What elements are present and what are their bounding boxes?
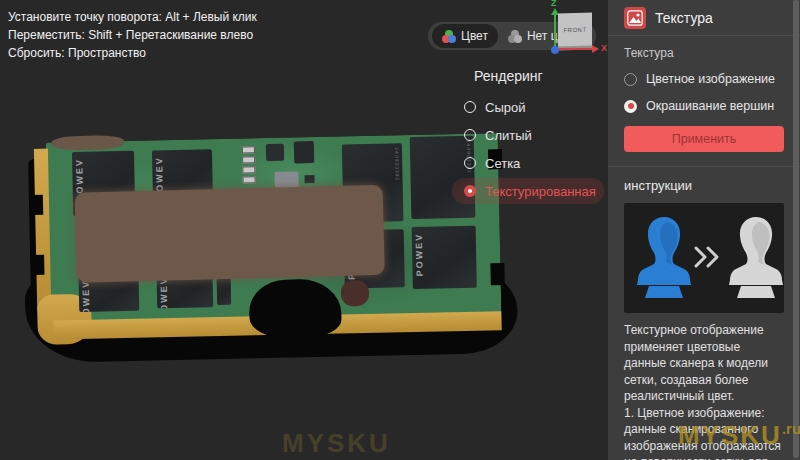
blue-bust	[637, 217, 691, 298]
white-bust	[729, 217, 783, 298]
texture-description: Текстурное отображение применяет цветовы…	[608, 313, 800, 460]
scan-artifact-smudge	[341, 280, 370, 307]
viewport-hints: Установите точку поворота: Alt + Левый к…	[8, 8, 257, 62]
radio-selected-icon	[464, 185, 476, 197]
rendering-option-fused[interactable]: Слитый	[452, 122, 604, 148]
option-label: Цветное изображение	[646, 72, 775, 86]
radio-selected-icon	[624, 100, 637, 113]
rendering-option-textured[interactable]: Текстурированная	[452, 178, 604, 204]
board-edge-notch	[32, 255, 44, 275]
scanned-ram-model[interactable]: POWEV POWEV 240903382 POWEV 240903382 PO…	[28, 127, 511, 369]
option-label: Окрашивание вершин	[646, 99, 774, 113]
option-color-image[interactable]: Цветное изображение	[624, 72, 784, 86]
memory-chip: POWEV	[412, 226, 477, 289]
radio-icon	[464, 101, 476, 113]
board-edge-notch	[31, 195, 43, 215]
smd-chip	[266, 144, 284, 161]
no-color-icon	[508, 30, 522, 43]
x-axis-arrow	[555, 48, 597, 50]
smd-chip	[294, 141, 314, 163]
hint-line: Переместить: Shift + Перетаскивание влев…	[8, 26, 257, 44]
rendering-option-label: Слитый	[485, 128, 532, 143]
radio-icon	[624, 73, 637, 86]
rendering-menu: Рендеринг Сырой Слитый Сетка Текстуриров…	[452, 64, 604, 206]
z-axis-label: Z	[551, 0, 557, 8]
panel-scrollbar[interactable]	[793, 0, 799, 460]
x-axis-label: X	[601, 43, 607, 53]
rendering-menu-title: Рендеринг	[474, 68, 604, 84]
rendering-option-mesh[interactable]: Сетка	[452, 150, 604, 176]
rendering-option-label: Текстурированная	[485, 184, 596, 199]
hint-line: Сбросить: Пространство	[8, 44, 257, 62]
panel-title: Текстура	[655, 10, 713, 26]
gizmo-cube-front-face[interactable]: FRONT	[558, 12, 592, 46]
connector-notch-hole	[249, 279, 342, 339]
apply-button[interactable]: Применить	[624, 126, 784, 152]
description-paragraph: 1. Цветное изображение: данные сканирова…	[624, 405, 784, 460]
radio-icon	[464, 129, 476, 141]
rendering-option-raw[interactable]: Сырой	[452, 94, 604, 120]
z-axis-arrow	[554, 10, 556, 50]
texture-example-figure	[624, 203, 784, 313]
board-edge-notch	[490, 263, 504, 285]
color-mode-color-button[interactable]: Цвет	[432, 24, 498, 48]
blurred-label-region	[75, 185, 385, 283]
y-axis-origin-dot	[551, 46, 559, 54]
instructions-title: инструкции	[608, 167, 800, 193]
texture-section-label: Текстура	[624, 46, 784, 60]
option-vertex-coloring[interactable]: Окрашивание вершин	[624, 99, 784, 113]
transform-arrows-icon	[696, 248, 717, 266]
hint-line: Установите точку поворота: Alt + Левый к…	[8, 8, 257, 26]
viewport-watermark: MYSKU	[282, 428, 391, 459]
panel-header: Текстура	[608, 0, 800, 35]
3d-viewport[interactable]: Установите точку поворота: Alt + Левый к…	[0, 0, 608, 460]
texture-section: Текстура Цветное изображение Окрашивание…	[608, 36, 800, 152]
scrollbar-thumb[interactable]	[793, 0, 799, 458]
texture-image-icon	[624, 7, 646, 29]
rendering-option-label: Сырой	[485, 100, 525, 115]
orientation-gizmo[interactable]: FRONT Z X	[545, 2, 607, 60]
description-paragraph: Текстурное отображение применяет цветовы…	[624, 322, 784, 405]
texture-panel: Текстура Текстура Цветное изображение Ок…	[608, 0, 800, 460]
smd-chip	[304, 175, 314, 183]
rgb-color-icon	[442, 30, 456, 43]
color-mode-color-label: Цвет	[461, 29, 488, 43]
smd-chip	[274, 171, 298, 187]
rendering-option-label: Сетка	[485, 156, 520, 171]
radio-icon	[464, 157, 476, 169]
